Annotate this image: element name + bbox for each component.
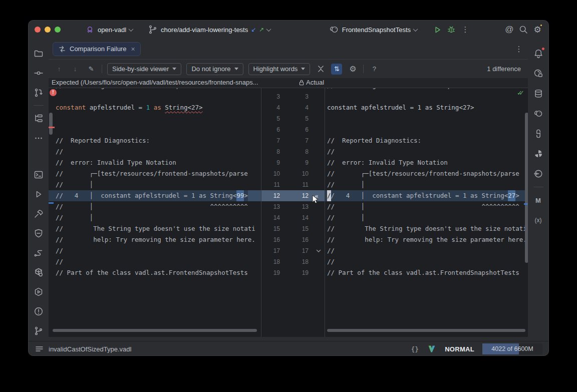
statusbar-filename[interactable]: invalidCastOfSizedType.vadl bbox=[49, 345, 131, 353]
expected-editor-pane[interactable]: // A "String" cast with a size parameter… bbox=[49, 88, 261, 337]
code-line[interactable]: // bbox=[49, 245, 261, 256]
pinwheel-icon[interactable] bbox=[531, 147, 545, 161]
maven-icon[interactable]: M bbox=[531, 193, 545, 207]
error-stripe-marker[interactable] bbox=[49, 127, 55, 128]
terminal-icon[interactable] bbox=[32, 168, 46, 182]
edit-source-button[interactable]: ✎ bbox=[86, 64, 97, 75]
more-icon[interactable] bbox=[32, 131, 46, 145]
code-line[interactable]: // │ ^^^^^^^^^^ bbox=[49, 201, 261, 212]
code-line[interactable] bbox=[49, 113, 261, 124]
code-line[interactable]: // 4 │ constant apfelstrudel = 1 as Stri… bbox=[49, 190, 261, 201]
run-icon[interactable] bbox=[32, 188, 46, 201]
pull-requests-icon[interactable] bbox=[32, 86, 46, 99]
shield-icon[interactable] bbox=[32, 227, 46, 240]
problems-icon[interactable] bbox=[32, 305, 46, 318]
tab-comparison-failure[interactable]: Comparison Failure × bbox=[53, 42, 141, 56]
ignore-policy-dropdown[interactable]: Do not ignore bbox=[186, 63, 243, 75]
right-horizontal-scrollbar[interactable] bbox=[327, 329, 525, 332]
code-line[interactable]: // A "String" cast with a size parameter… bbox=[49, 88, 261, 91]
collapse-unchanged-button[interactable] bbox=[315, 64, 326, 75]
code-line[interactable]: // │ bbox=[49, 179, 261, 190]
previous-difference-button[interactable]: ↑ bbox=[54, 64, 65, 75]
branch-widget[interactable]: chore/add-viam-lowering-tests ↙ ↗ bbox=[148, 25, 270, 35]
code-line[interactable]: // bbox=[49, 256, 261, 267]
settings-button[interactable]: ⚙ bbox=[532, 25, 542, 35]
ideavim-icon[interactable] bbox=[427, 344, 437, 354]
project-widget[interactable]: open-vadl bbox=[85, 25, 133, 35]
code-line[interactable]: // ┌─[test/resources/frontend-snapshots/… bbox=[49, 168, 261, 179]
folder-icon[interactable] bbox=[32, 47, 46, 60]
code-line[interactable]: // help: Try removing the size parameter… bbox=[49, 234, 261, 245]
python-icon[interactable] bbox=[531, 127, 545, 141]
commit-icon[interactable] bbox=[32, 66, 46, 80]
endpoints-icon[interactable] bbox=[32, 246, 46, 260]
code-line[interactable]: // bbox=[325, 256, 528, 267]
code-line[interactable]: // error: Invalid Type Notation bbox=[325, 157, 528, 168]
code-line[interactable]: // bbox=[49, 146, 261, 157]
ai-assistant-icon[interactable] bbox=[531, 67, 545, 81]
left-horizontal-scrollbar[interactable] bbox=[53, 329, 257, 332]
actual-editor-pane[interactable]: // A "String" cast with a size parameter… bbox=[325, 88, 528, 337]
minimize-window-button[interactable] bbox=[45, 27, 51, 33]
code-line[interactable]: constant apfelstrudel = 1 as String<27> bbox=[325, 102, 528, 113]
change-stripe-marker[interactable] bbox=[49, 202, 54, 204]
fold-chevron-icon[interactable] bbox=[316, 249, 321, 253]
gradle-icon[interactable] bbox=[531, 107, 545, 121]
history-icon[interactable] bbox=[531, 167, 545, 181]
code-line[interactable]: // bbox=[325, 245, 528, 256]
highlight-policy-dropdown[interactable]: Highlight words bbox=[248, 63, 311, 75]
hexagon-play-icon[interactable] bbox=[32, 285, 46, 299]
close-tab-icon[interactable]: × bbox=[131, 45, 135, 53]
build-icon[interactable] bbox=[32, 207, 46, 221]
code-line[interactable]: // │ bbox=[325, 212, 528, 223]
code-line[interactable]: // │ bbox=[49, 212, 261, 223]
run-config-widget[interactable]: FrontendSnapshotTests bbox=[329, 25, 417, 35]
code-line[interactable]: // help: Try removing the size parameter… bbox=[325, 234, 528, 245]
diff-settings-button[interactable]: ⚙ bbox=[347, 64, 358, 75]
code-line[interactable] bbox=[325, 113, 528, 124]
run-button[interactable] bbox=[432, 25, 442, 35]
code-style-widget[interactable]: {} bbox=[411, 345, 419, 353]
code-line[interactable] bbox=[325, 91, 528, 102]
debug-button[interactable] bbox=[446, 25, 456, 35]
viewer-mode-dropdown[interactable]: Side-by-side viewer bbox=[107, 63, 181, 75]
code-line[interactable]: // │ bbox=[325, 179, 528, 190]
code-line[interactable]: // ┌─[test/resources/frontend-snapshots/… bbox=[325, 168, 528, 179]
navigation-bar-icon[interactable] bbox=[35, 344, 45, 354]
code-line[interactable]: // error: Invalid Type Notation bbox=[49, 157, 261, 168]
code-line[interactable]: // The String type doesn't use the size … bbox=[49, 223, 261, 234]
ai-assistant-button[interactable]: @ bbox=[504, 25, 514, 35]
right-vertical-scrollbar[interactable] bbox=[525, 113, 528, 263]
code-line[interactable]: // Part of the class vadl.ast.FrontendSn… bbox=[49, 267, 261, 278]
structure-icon[interactable] bbox=[32, 112, 46, 125]
code-line[interactable]: // 4 │ constant apfelstrudel = 1 as Stri… bbox=[325, 190, 528, 201]
left-vertical-scrollbar[interactable] bbox=[49, 113, 53, 135]
synchronize-scrolling-button[interactable]: ⇅ bbox=[331, 64, 342, 75]
change-stripe-marker[interactable] bbox=[524, 203, 528, 205]
vcs-branch-icon[interactable] bbox=[32, 324, 46, 338]
search-everywhere-button[interactable] bbox=[518, 25, 528, 35]
code-line[interactable]: // Reported Diagnostics: bbox=[325, 135, 528, 146]
more-actions-button[interactable]: ⋮ bbox=[460, 25, 470, 35]
code-line[interactable]: // bbox=[325, 146, 528, 157]
zoom-window-button[interactable] bbox=[55, 27, 61, 33]
code-line[interactable]: // │ ^^^^^^^^^^ bbox=[325, 201, 528, 212]
bell-icon[interactable] bbox=[531, 47, 545, 61]
vim-mode-indicator[interactable]: NORMAL bbox=[445, 345, 474, 353]
code-line[interactable] bbox=[49, 124, 261, 135]
tab-options-button[interactable]: ⋮ bbox=[514, 44, 524, 54]
code-line[interactable]: constant apfelstrudel = 1 as String<27> bbox=[49, 102, 261, 113]
code-line[interactable]: // Reported Diagnostics: bbox=[49, 135, 261, 146]
code-line[interactable] bbox=[49, 91, 261, 102]
services-icon[interactable] bbox=[32, 266, 46, 279]
memory-indicator[interactable]: 4022 of 6600M bbox=[482, 343, 542, 354]
help-button[interactable]: ? bbox=[369, 64, 380, 75]
code-line[interactable]: // Part of the class vadl.ast.FrontendSn… bbox=[325, 267, 528, 278]
next-difference-button[interactable]: ↓ bbox=[70, 64, 81, 75]
code-line[interactable]: // The String type doesn't use the size … bbox=[325, 223, 528, 234]
variables-icon[interactable]: (x) bbox=[531, 213, 545, 227]
close-window-button[interactable] bbox=[35, 27, 41, 33]
code-line[interactable]: // A "String" cast with a size parameter… bbox=[325, 88, 528, 91]
code-line[interactable] bbox=[325, 124, 528, 135]
database-icon[interactable] bbox=[531, 87, 545, 101]
